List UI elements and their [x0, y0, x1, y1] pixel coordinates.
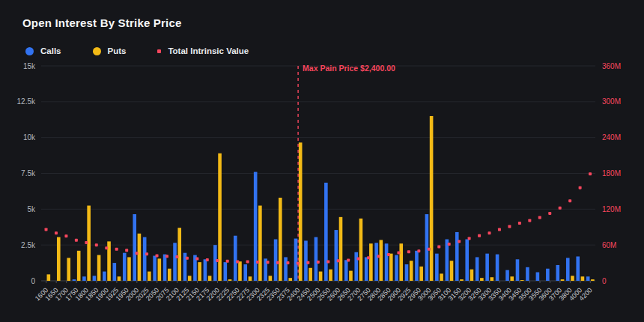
puts-bar[interactable]	[279, 198, 282, 281]
tiv-point[interactable]	[548, 212, 551, 215]
calls-bar[interactable]	[315, 237, 318, 281]
calls-bar[interactable]	[556, 265, 560, 281]
calls-bar[interactable]	[123, 253, 127, 281]
calls-bars[interactable]	[73, 172, 590, 281]
puts-bar[interactable]	[520, 280, 524, 281]
calls-bar[interactable]	[385, 243, 389, 281]
tiv-point[interactable]	[317, 261, 320, 264]
puts-bar[interactable]	[399, 243, 403, 281]
calls-bar[interactable]	[284, 257, 288, 281]
puts-bar[interactable]	[490, 277, 494, 281]
calls-bar[interactable]	[344, 260, 348, 281]
calls-bar[interactable]	[405, 264, 409, 281]
puts-bar[interactable]	[269, 276, 273, 281]
puts-bar[interactable]	[419, 267, 423, 281]
calls-bar[interactable]	[465, 240, 469, 281]
puts-bar[interactable]	[177, 228, 181, 281]
tiv-point[interactable]	[579, 186, 582, 189]
puts-bar[interactable]	[410, 261, 413, 281]
tiv-point[interactable]	[286, 261, 289, 264]
puts-bar[interactable]	[258, 206, 262, 281]
calls-bar[interactable]	[234, 236, 237, 281]
tiv-point[interactable]	[337, 259, 340, 262]
puts-bar[interactable]	[389, 254, 393, 281]
open-interest-chart[interactable]: 02.5k5k7.5k10k12.5k15k060M120M180M240M30…	[0, 0, 644, 322]
puts-bar[interactable]	[329, 270, 332, 281]
tiv-point[interactable]	[589, 172, 592, 175]
tiv-point[interactable]	[256, 261, 259, 264]
puts-bar[interactable]	[319, 272, 323, 281]
calls-bar[interactable]	[213, 245, 217, 281]
calls-bar[interactable]	[153, 256, 157, 281]
calls-bar[interactable]	[485, 254, 489, 281]
puts-bar[interactable]	[510, 276, 514, 281]
puts-bar[interactable]	[47, 274, 51, 281]
tiv-point[interactable]	[559, 207, 562, 210]
tiv-point[interactable]	[508, 225, 511, 228]
puts-bar[interactable]	[571, 276, 574, 281]
calls-bar[interactable]	[546, 269, 550, 281]
tiv-point[interactable]	[276, 261, 279, 264]
puts-bar[interactable]	[168, 269, 171, 281]
puts-bars[interactable]	[47, 116, 595, 281]
puts-bar[interactable]	[127, 257, 131, 281]
puts-bar[interactable]	[450, 261, 454, 281]
puts-bar[interactable]	[581, 276, 585, 281]
puts-bar[interactable]	[380, 240, 383, 281]
tiv-points[interactable]	[45, 172, 592, 264]
puts-bar[interactable]	[57, 237, 61, 281]
calls-bar[interactable]	[103, 272, 106, 281]
puts-bar[interactable]	[480, 278, 484, 281]
tiv-point[interactable]	[156, 255, 159, 258]
puts-bar[interactable]	[67, 258, 70, 281]
calls-bar[interactable]	[294, 239, 298, 281]
calls-bar[interactable]	[516, 259, 520, 281]
calls-bar[interactable]	[476, 257, 479, 281]
tiv-point[interactable]	[125, 249, 128, 252]
puts-bar[interactable]	[138, 234, 142, 281]
calls-bar[interactable]	[254, 172, 258, 281]
calls-bar[interactable]	[576, 256, 580, 281]
tiv-point[interactable]	[175, 255, 178, 258]
tiv-point[interactable]	[428, 248, 431, 251]
tiv-point[interactable]	[55, 231, 58, 234]
tiv-point[interactable]	[136, 252, 139, 255]
tiv-point[interactable]	[528, 219, 531, 222]
tiv-point[interactable]	[186, 257, 189, 260]
calls-bar[interactable]	[435, 254, 439, 281]
tiv-point[interactable]	[568, 199, 571, 202]
tiv-point[interactable]	[236, 260, 239, 263]
tiv-point[interactable]	[468, 237, 471, 240]
puts-bar[interactable]	[158, 258, 162, 281]
puts-bar[interactable]	[118, 276, 121, 281]
tiv-point[interactable]	[165, 255, 168, 258]
tiv-point[interactable]	[306, 261, 309, 264]
tiv-point[interactable]	[417, 249, 420, 252]
calls-bar[interactable]	[415, 251, 419, 281]
puts-bar[interactable]	[561, 279, 565, 281]
calls-bar[interactable]	[73, 279, 76, 281]
tiv-point[interactable]	[448, 243, 451, 246]
tiv-point[interactable]	[95, 243, 98, 246]
puts-bar[interactable]	[148, 272, 151, 281]
puts-bar[interactable]	[299, 142, 303, 281]
calls-bar[interactable]	[324, 183, 328, 281]
puts-bar[interactable]	[349, 271, 353, 281]
tiv-point[interactable]	[297, 261, 300, 264]
calls-bar[interactable]	[505, 270, 509, 281]
tiv-point[interactable]	[347, 258, 350, 261]
tiv-point[interactable]	[115, 248, 118, 251]
tiv-point[interactable]	[498, 228, 501, 231]
calls-bar[interactable]	[526, 267, 529, 281]
tiv-point[interactable]	[105, 246, 108, 249]
puts-bar[interactable]	[188, 276, 192, 281]
calls-bar[interactable]	[425, 214, 429, 281]
calls-bar[interactable]	[536, 273, 540, 281]
calls-bar[interactable]	[143, 237, 147, 281]
tiv-point[interactable]	[246, 260, 249, 263]
calls-bar[interactable]	[113, 263, 117, 281]
calls-bar[interactable]	[586, 276, 590, 281]
tiv-point[interactable]	[64, 234, 67, 237]
calls-bar[interactable]	[274, 240, 278, 281]
calls-bar[interactable]	[496, 255, 499, 281]
